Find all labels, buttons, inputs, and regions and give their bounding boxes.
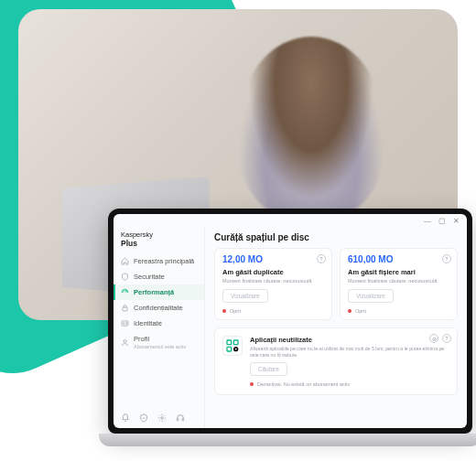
- card-title: Am găsit fișiere mari: [348, 268, 449, 276]
- sidebar-item-profile[interactable]: Profil Abonamentul este activ: [114, 331, 204, 353]
- svg-rect-7: [227, 340, 232, 345]
- card-duplicates: ? 12,00 MO Am găsit duplicate Moment fin…: [214, 248, 332, 320]
- headset-icon[interactable]: [176, 413, 185, 423]
- window-controls: — ▢ ✕: [114, 214, 467, 227]
- status-dot-icon: [222, 309, 226, 313]
- svg-rect-9: [227, 347, 232, 351]
- sidebar-item-privacy[interactable]: Confidențialitate: [114, 300, 204, 316]
- window-maximize-icon[interactable]: ▢: [438, 218, 446, 225]
- status-dot-icon: [250, 382, 254, 386]
- sidebar-item-label: Confidențialitate: [134, 304, 183, 312]
- brand: Kaspersky Plus: [114, 230, 204, 253]
- svg-rect-0: [123, 307, 127, 311]
- metric-value: 12,00 MO: [222, 254, 324, 264]
- card-large-files: ? 610,00 MO Am găsit fișiere mari Moment…: [340, 248, 458, 320]
- sidebar-item-label: Securitate: [134, 273, 165, 281]
- status-text: Oprit: [230, 308, 241, 314]
- svg-point-3: [124, 339, 126, 342]
- shield-check-icon[interactable]: [139, 413, 148, 423]
- home-icon: [121, 257, 129, 265]
- laptop-base: [99, 434, 476, 446]
- main-content: Curăță spațiul pe disc ? 12,00 MO Am găs…: [205, 227, 467, 428]
- search-button[interactable]: Căutare: [250, 362, 287, 376]
- sidebar-item-label: Identitate: [134, 319, 162, 327]
- shield-icon: [121, 273, 129, 281]
- laptop-mockup: — ▢ ✕ Kaspersky Plus Ferea: [108, 209, 472, 450]
- sidebar-item-label: Performanță: [134, 288, 174, 296]
- window-minimize-icon[interactable]: —: [424, 218, 431, 225]
- svg-rect-5: [177, 418, 178, 421]
- sidebar-item-identity[interactable]: Identitate: [114, 316, 204, 331]
- lock-icon: [121, 304, 129, 312]
- view-button[interactable]: Vizualizare: [222, 289, 268, 303]
- status-text: Dezactivat. Nu există un abonament activ: [257, 381, 350, 387]
- app-body: Kaspersky Plus Fereastra principală: [114, 227, 467, 428]
- gear-icon[interactable]: [157, 413, 167, 423]
- id-icon: [121, 319, 129, 327]
- card-description: Moment finalizare căutare: necunoscută: [348, 278, 449, 284]
- svg-point-11: [235, 348, 237, 350]
- brand-name: Kaspersky: [121, 230, 197, 239]
- sidebar-item-label: Profil: [134, 335, 186, 343]
- disabled-icon[interactable]: ⊘: [429, 334, 438, 343]
- bell-icon[interactable]: [121, 413, 130, 423]
- sidebar: Kaspersky Plus Fereastra principală: [114, 227, 205, 428]
- svg-rect-6: [182, 418, 184, 421]
- status-text: Oprit: [355, 308, 366, 314]
- user-icon: [121, 338, 129, 347]
- sidebar-bottom-icons: [114, 410, 204, 426]
- status-line: Oprit: [222, 308, 324, 314]
- card-title: Am găsit duplicate: [222, 268, 324, 276]
- brand-product: Plus: [121, 239, 197, 248]
- card-title: Aplicații neutilizate: [250, 336, 449, 344]
- cards-row: ? 12,00 MO Am găsit duplicate Moment fin…: [214, 248, 458, 320]
- metric-value: 610,00 MO: [348, 254, 449, 264]
- page-title: Curăță spațiul pe disc: [214, 232, 458, 242]
- view-button[interactable]: Vizualizare: [348, 289, 394, 303]
- sidebar-item-sublabel: Abonamentul este activ: [134, 344, 186, 349]
- app-window: — ▢ ✕ Kaspersky Plus Ferea: [114, 214, 467, 428]
- svg-point-2: [124, 323, 125, 325]
- status-dot-icon: [348, 309, 352, 313]
- gauge-icon: [121, 288, 129, 296]
- apps-icon: [222, 336, 243, 356]
- sidebar-item-label: Fereastra principală: [134, 257, 194, 265]
- sidebar-item-home[interactable]: Fereastra principală: [114, 253, 204, 269]
- card-description: Moment finalizare căutare: necunoscută: [222, 278, 324, 284]
- help-icon[interactable]: ?: [317, 254, 326, 263]
- card-description: Afișează aplicațiile pe care nu le-ai ut…: [250, 346, 449, 359]
- help-icon[interactable]: ?: [442, 254, 451, 263]
- sidebar-item-security[interactable]: Securitate: [114, 269, 204, 284]
- card-unused-apps: ⊘ ? Aplicații neutilizate Afișează aplic…: [214, 327, 458, 395]
- sidebar-item-performance[interactable]: Performanță: [114, 284, 204, 300]
- laptop-screen: — ▢ ✕ Kaspersky Plus Ferea: [108, 209, 472, 434]
- status-line: Oprit: [348, 308, 449, 314]
- sidebar-nav: Fereastra principală Securitate: [114, 253, 204, 410]
- window-close-icon[interactable]: ✕: [453, 218, 460, 225]
- status-line: Dezactivat. Nu există un abonament activ: [250, 381, 449, 387]
- help-icon[interactable]: ?: [442, 334, 451, 343]
- svg-rect-8: [233, 340, 238, 345]
- svg-point-4: [161, 417, 164, 420]
